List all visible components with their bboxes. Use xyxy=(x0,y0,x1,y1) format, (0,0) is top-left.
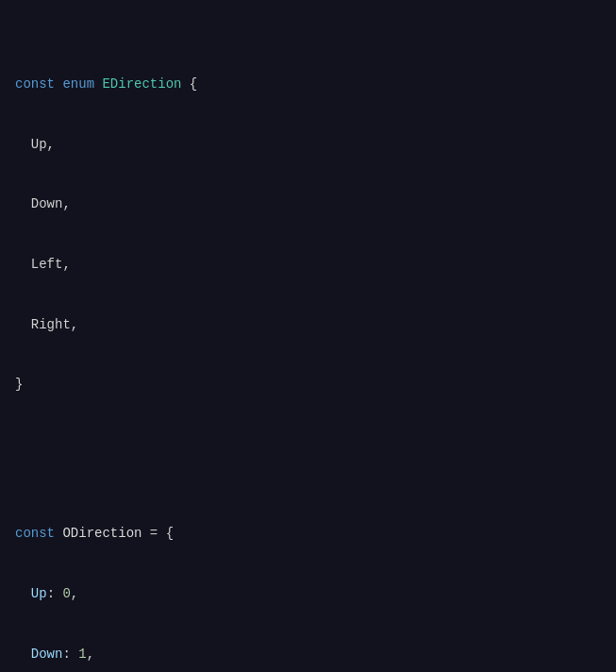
line-close1: } xyxy=(15,375,601,395)
line-enum-decl: const enum EDirection { xyxy=(15,75,601,95)
code-content: const enum EDirection { Up, Down, Left, … xyxy=(15,15,601,672)
code-editor: const enum EDirection { Up, Down, Left, … xyxy=(0,0,616,672)
line-obj-decl: const ODirection = { xyxy=(15,524,601,545)
line-up-val: Up: 0, xyxy=(15,584,601,605)
line-up: Up, xyxy=(15,135,601,156)
line-down-val: Down: 1, xyxy=(15,645,601,665)
line-right: Right, xyxy=(15,315,601,336)
line-left: Left, xyxy=(15,255,601,276)
line-down: Down, xyxy=(15,194,601,215)
